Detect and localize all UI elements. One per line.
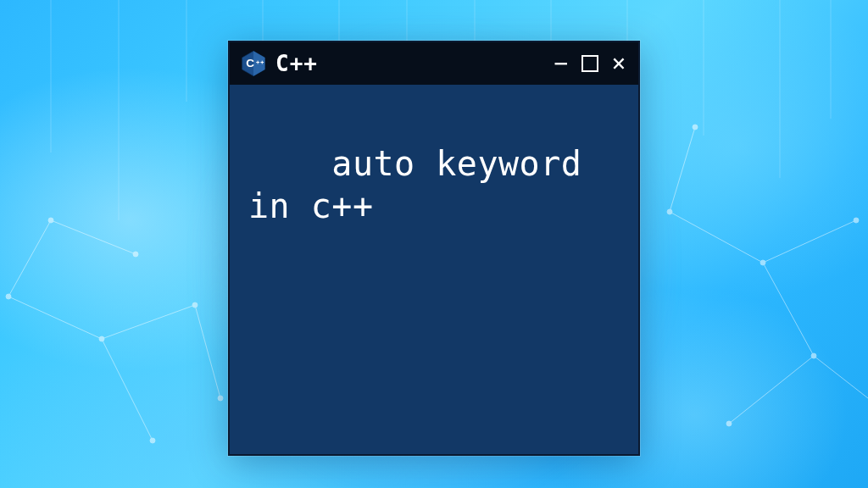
window-title: C++ [275, 51, 318, 76]
svg-rect-43 [262, 61, 263, 64]
svg-line-12 [8, 297, 102, 339]
cpp-hex-icon: C [240, 50, 267, 77]
terminal-window: C C++ − × auto keyword in c++ [228, 41, 640, 456]
svg-line-25 [670, 212, 763, 263]
svg-point-19 [99, 336, 104, 341]
terminal-content: auto keyword in c++ [230, 85, 638, 454]
content-text: auto keyword in c++ [248, 144, 581, 225]
close-button[interactable]: × [608, 52, 630, 75]
svg-rect-41 [258, 61, 259, 64]
title-bar: C C++ − × [230, 42, 638, 85]
svg-point-22 [150, 438, 155, 443]
svg-line-27 [763, 263, 814, 356]
svg-line-15 [102, 339, 153, 441]
svg-point-33 [854, 218, 859, 223]
minimize-button[interactable]: − [550, 52, 572, 75]
svg-point-31 [667, 209, 672, 214]
svg-point-34 [811, 353, 816, 358]
svg-line-28 [729, 356, 814, 424]
svg-line-30 [670, 127, 695, 212]
svg-point-21 [218, 396, 223, 401]
svg-line-14 [195, 305, 220, 398]
svg-point-32 [760, 260, 765, 265]
svg-text:C: C [246, 57, 254, 69]
svg-point-36 [693, 125, 698, 130]
svg-point-24 [133, 252, 138, 257]
svg-point-35 [726, 421, 732, 426]
svg-point-23 [48, 218, 53, 223]
svg-marker-38 [253, 51, 264, 75]
svg-line-13 [102, 305, 195, 339]
maximize-button[interactable] [579, 52, 601, 75]
svg-point-18 [6, 294, 11, 299]
svg-line-29 [814, 356, 868, 398]
svg-point-20 [192, 302, 198, 308]
window-controls: − × [550, 52, 630, 75]
svg-line-17 [51, 220, 136, 254]
svg-line-26 [763, 220, 856, 263]
svg-line-16 [8, 220, 51, 297]
